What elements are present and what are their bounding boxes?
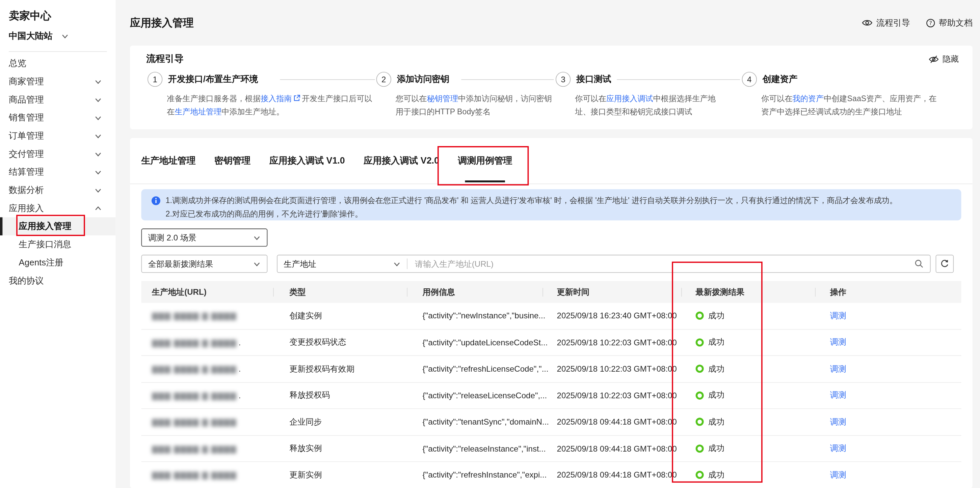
sidebar-item-label: 商家管理 — [9, 76, 44, 87]
help-doc-link[interactable]: ? 帮助文档 — [926, 17, 972, 29]
tab-3[interactable]: 应用接入调试 V2.0 — [364, 138, 439, 184]
chevron-down-icon — [253, 260, 261, 268]
sidebar-item-label: 商品管理 — [9, 94, 44, 105]
column-header-2: 用例信息 — [407, 286, 542, 298]
cell-url: ▇▇▇ ▇▇▇▇ ▇ ▇▇▇▇. — [141, 364, 273, 374]
sidebar-item-data-analysis[interactable]: 数据分析 — [0, 181, 116, 199]
cell-actions: 调测 — [815, 416, 961, 427]
region-selector[interactable]: 中国大陆站 — [0, 23, 116, 42]
hide-guide-label: 隐藏 — [943, 53, 959, 64]
guide-step-title: 创建资产 — [763, 73, 798, 85]
cell-url: ▇▇▇ ▇▇▇▇ ▇ ▇▇▇▇ — [141, 311, 273, 320]
success-status-icon — [696, 391, 704, 399]
cell-status: 成功 — [681, 390, 815, 401]
cell-url: ▇▇▇ ▇▇▇▇ ▇ ▇▇▇▇. — [141, 337, 273, 347]
sidebar-item-settlement-mgmt[interactable]: 结算管理 — [0, 163, 116, 181]
guide-step-desc: 准备生产接口服务器，根据接入指南开发生产接口后可以在生产地址管理中添加生产地址。 — [167, 92, 372, 119]
notice-line-2: 2.对应已发布成功的商品的用例，不允许进行'删除'操作。 — [166, 208, 897, 221]
table-row: ▇▇▇ ▇▇▇▇ ▇ ▇▇▇▇创建实例{"activity":"newInsta… — [141, 303, 961, 330]
sidebar-item-merchant-mgmt[interactable]: 商家管理 — [0, 73, 116, 91]
success-status-icon — [696, 338, 704, 346]
topbar-actions: 流程引导 ? 帮助文档 — [862, 17, 972, 29]
help-doc-label: 帮助文档 — [939, 17, 972, 29]
tab-4[interactable]: 调测用例管理 — [458, 138, 512, 184]
sidebar-item-app-access-mgmt[interactable]: 应用接入管理 — [0, 217, 116, 235]
search-field-value: 生产地址 — [284, 258, 316, 269]
cell-url: ▇▇▇ ▇▇▇▇ ▇ ▇▇▇▇. — [141, 391, 273, 400]
search-input[interactable]: 请输入生产地址(URL) — [407, 258, 908, 269]
debug-test-link[interactable]: 调测 — [830, 337, 846, 347]
scene-select-value: 调测 2.0 场景 — [148, 232, 196, 243]
guide-step-desc: 你可以在应用接入调试中根据选择生产地址、接口类型和秘钥完成接口调试 — [575, 92, 723, 119]
result-filter-select[interactable]: 全部最新拨测结果 — [141, 255, 267, 273]
sidebar-item-label: 销售管理 — [9, 112, 44, 123]
sidebar-item-my-agreements[interactable]: 我的协议 — [0, 271, 116, 290]
blurred-url: ▇▇▇ ▇▇▇▇ ▇ ▇▇▇▇ — [152, 312, 237, 320]
status-label: 成功 — [708, 469, 724, 480]
topbar: 应用接入管理 流程引导 ? 帮助文档 — [130, 0, 972, 46]
guide-link[interactable]: 生产地址管理 — [175, 107, 221, 116]
guide-panel-title: 流程引导 — [146, 53, 184, 65]
cell-type: 释放实例 — [273, 443, 407, 454]
sidebar-item-sales-mgmt[interactable]: 销售管理 — [0, 109, 116, 127]
success-status-icon — [696, 365, 704, 373]
status-label: 成功 — [708, 443, 724, 454]
hide-guide-button[interactable]: 隐藏 — [929, 53, 959, 64]
search-icon[interactable] — [908, 259, 930, 268]
cell-type: 创建实例 — [273, 310, 407, 322]
cell-case-info: {"activity":"refreshInstance","expi... — [407, 471, 542, 480]
cell-case-info: {"activity":"updateLicenseCodeSt... — [407, 337, 542, 347]
url-suffix: . — [239, 337, 241, 347]
cell-status: 成功 — [681, 469, 815, 480]
debug-test-link[interactable]: 调测 — [830, 364, 846, 373]
sidebar-item-label: 应用接入 — [9, 203, 44, 214]
guide-toggle-button[interactable]: 流程引导 — [862, 17, 910, 29]
sidebar-item-app-access[interactable]: 应用接入 — [0, 199, 116, 217]
cell-updated-time: 2025/09/18 10:22:03 GMT+08:00 — [542, 391, 681, 400]
cell-url: ▇▇▇ ▇▇▇▇ ▇ ▇▇▇▇ — [141, 417, 273, 427]
tab-2[interactable]: 应用接入调试 V1.0 — [269, 138, 345, 184]
chevron-down-icon — [94, 96, 102, 103]
table-row: ▇▇▇ ▇▇▇▇ ▇ ▇▇▇▇释放实例{"activity":"releaseI… — [141, 436, 961, 462]
debug-test-link[interactable]: 调测 — [830, 417, 846, 426]
sidebar-item-agents-register[interactable]: Agents注册 — [0, 254, 116, 272]
cell-case-info: {"activity":"releaseInstance","inst... — [407, 444, 542, 453]
sidebar-item-label: 我的协议 — [9, 275, 44, 286]
guide-link[interactable]: 应用接入调试 — [606, 94, 653, 103]
scene-select[interactable]: 调测 2.0 场景 — [141, 229, 267, 247]
table-row: ▇▇▇ ▇▇▇▇ ▇ ▇▇▇▇.释放授权码{"activity":"releas… — [141, 382, 961, 409]
debug-test-link[interactable]: 调测 — [830, 470, 846, 480]
sidebar-item-label: 应用接入管理 — [19, 220, 72, 232]
brand-title: 卖家中心 — [0, 0, 116, 23]
sidebar-item-overview[interactable]: 总览 — [0, 54, 116, 73]
sidebar-item-delivery-mgmt[interactable]: 交付管理 — [0, 145, 116, 163]
refresh-button[interactable] — [936, 255, 954, 273]
guide-link[interactable]: 接入指南 — [261, 94, 292, 103]
guide-link[interactable]: 秘钥管理 — [427, 94, 458, 103]
search-field-select[interactable]: 生产地址 — [277, 258, 407, 269]
column-header-1: 类型 — [273, 286, 407, 298]
sidebar-item-prod-api-msg[interactable]: 生产接口消息 — [0, 235, 116, 254]
debug-test-link[interactable]: 调测 — [830, 391, 846, 400]
tab-1[interactable]: 密钥管理 — [214, 138, 250, 184]
cell-type: 更新实例 — [273, 469, 407, 480]
debug-test-link[interactable]: 调测 — [830, 311, 846, 320]
sidebar-item-label: 交付管理 — [9, 148, 44, 160]
help-icon: ? — [926, 19, 935, 27]
debug-test-link[interactable]: 调测 — [830, 444, 846, 453]
page-title: 应用接入管理 — [130, 16, 194, 30]
cell-status: 成功 — [681, 337, 815, 348]
guide-step-desc: 您可以在秘钥管理中添加访问秘钥，访问密钥用于接口的HTTP Body签名 — [396, 92, 558, 119]
test-case-table: 生产地址(URL)类型用例信息更新时间最新拨测结果操作▇▇▇ ▇▇▇▇ ▇ ▇▇… — [141, 281, 961, 488]
guide-link[interactable]: 我的资产 — [793, 94, 824, 103]
column-header-4: 最新拨测结果 — [681, 286, 815, 298]
sidebar-item-product-mgmt[interactable]: 商品管理 — [0, 90, 116, 109]
eye-off-icon — [929, 55, 939, 63]
sidebar-item-label: 结算管理 — [9, 166, 44, 177]
search-bar: 生产地址 请输入生产地址(URL) — [277, 255, 931, 273]
cell-case-info: {"activity":"tenantSync","domainN... — [407, 417, 542, 427]
guide-step-title: 开发接口/布置生产环境 — [168, 73, 258, 85]
sidebar-item-order-mgmt[interactable]: 订单管理 — [0, 127, 116, 145]
tab-0[interactable]: 生产地址管理 — [141, 138, 196, 184]
table-row: ▇▇▇ ▇▇▇▇ ▇ ▇▇▇▇企业同步{"activity":"tenantSy… — [141, 409, 961, 436]
